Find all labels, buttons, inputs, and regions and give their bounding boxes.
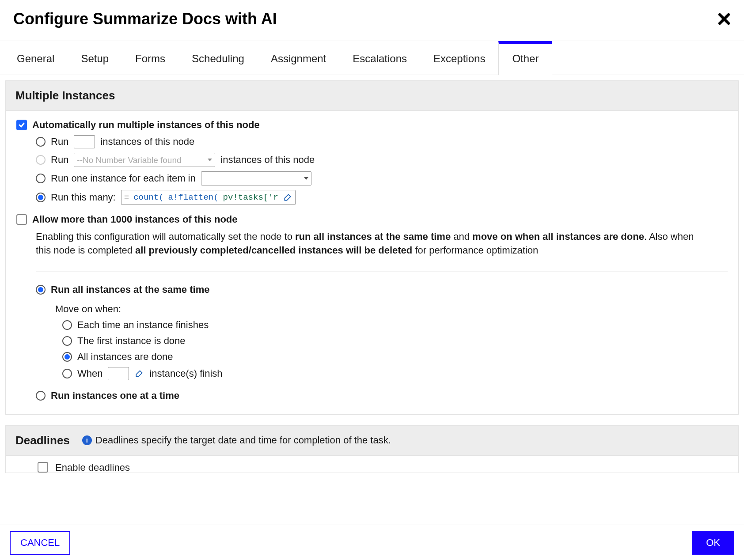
section-deadlines: Deadlines i Deadlines specify the target… bbox=[5, 425, 739, 473]
run-var-after: instances of this node bbox=[220, 154, 315, 166]
auto-run-checkbox[interactable] bbox=[16, 120, 27, 130]
tab-forms[interactable]: Forms bbox=[122, 41, 178, 75]
expr-flatten: a!flatten( bbox=[168, 193, 219, 202]
move-all-done-label: All instances are done bbox=[77, 351, 173, 363]
content-scroll[interactable]: Multiple Instances Automatically run mul… bbox=[0, 75, 744, 493]
run-all-same-time-label: Run all instances at the same time bbox=[51, 284, 209, 295]
expr-count: count( bbox=[133, 193, 163, 202]
tab-scheduling[interactable]: Scheduling bbox=[178, 41, 258, 75]
cancel-button[interactable]: CANCEL bbox=[10, 531, 70, 555]
radio-run-all-same-time[interactable] bbox=[36, 285, 46, 295]
run-var-select: --No Number Variable found bbox=[74, 153, 215, 167]
move-each-label: Each time an instance finishes bbox=[77, 319, 209, 331]
edit-expression-icon[interactable] bbox=[283, 193, 292, 202]
run-n-input[interactable] bbox=[74, 135, 95, 148]
enable-deadlines-label: Enable deadlines bbox=[55, 462, 130, 473]
allow-1000-label: Allow more than 1000 instances of this n… bbox=[32, 214, 238, 225]
run-each-select[interactable] bbox=[201, 171, 311, 185]
section-multiple-instances: Multiple Instances Automatically run mul… bbox=[5, 80, 739, 415]
edit-when-expression-icon[interactable] bbox=[134, 369, 144, 378]
deadlines-title: Deadlines bbox=[15, 434, 70, 447]
run-var-before: Run bbox=[51, 154, 68, 166]
move-when-before: When bbox=[77, 368, 102, 379]
allow-1000-help: Enabling this configuration will automat… bbox=[16, 227, 697, 265]
divider bbox=[36, 272, 728, 272]
tabs: General Setup Forms Scheduling Assignmen… bbox=[0, 41, 744, 75]
radio-run-var bbox=[36, 155, 46, 165]
radio-move-all-done[interactable] bbox=[62, 352, 72, 362]
radio-run-one-at-a-time[interactable] bbox=[36, 391, 46, 401]
allow-1000-checkbox[interactable] bbox=[16, 214, 27, 225]
move-on-when-label: Move on when: bbox=[55, 303, 121, 315]
radio-run-each[interactable] bbox=[36, 174, 46, 183]
ok-button[interactable]: OK bbox=[692, 531, 734, 555]
radio-run-n[interactable] bbox=[36, 137, 46, 147]
enable-deadlines-checkbox[interactable] bbox=[38, 462, 48, 473]
close-icon[interactable] bbox=[717, 12, 731, 26]
section-title: Multiple Instances bbox=[15, 89, 115, 102]
radio-move-when-n[interactable] bbox=[62, 369, 72, 378]
run-n-after: instances of this node bbox=[100, 136, 194, 148]
move-first-label: The first instance is done bbox=[77, 335, 186, 347]
tab-other[interactable]: Other bbox=[498, 41, 552, 75]
deadlines-info: i Deadlines specify the target date and … bbox=[82, 435, 391, 446]
auto-run-label: Automatically run multiple instances of … bbox=[32, 119, 260, 131]
run-expr-box[interactable]: = count( a!flatten( pv!tasks['r bbox=[121, 190, 296, 205]
run-one-at-a-time-label: Run instances one at a time bbox=[51, 390, 179, 401]
expr-var: pv!tasks['r bbox=[223, 193, 278, 202]
info-icon: i bbox=[82, 435, 92, 445]
page-title: Configure Summarize Docs with AI bbox=[13, 10, 277, 28]
radio-move-each[interactable] bbox=[62, 320, 72, 330]
expr-eq: = bbox=[124, 193, 129, 202]
tab-exceptions[interactable]: Exceptions bbox=[420, 41, 498, 75]
run-n-before: Run bbox=[51, 136, 68, 148]
tab-general[interactable]: General bbox=[4, 41, 68, 75]
tab-setup[interactable]: Setup bbox=[68, 41, 122, 75]
tab-assignment[interactable]: Assignment bbox=[258, 41, 339, 75]
move-when-input[interactable] bbox=[108, 367, 129, 380]
move-when-after: instance(s) finish bbox=[149, 368, 222, 379]
tab-escalations[interactable]: Escalations bbox=[339, 41, 420, 75]
radio-move-first[interactable] bbox=[62, 336, 72, 346]
run-expr-label: Run this many: bbox=[51, 192, 116, 203]
radio-run-expr[interactable] bbox=[36, 193, 46, 202]
run-each-label: Run one instance for each item in bbox=[51, 173, 196, 184]
footer: CANCEL OK bbox=[0, 525, 744, 560]
